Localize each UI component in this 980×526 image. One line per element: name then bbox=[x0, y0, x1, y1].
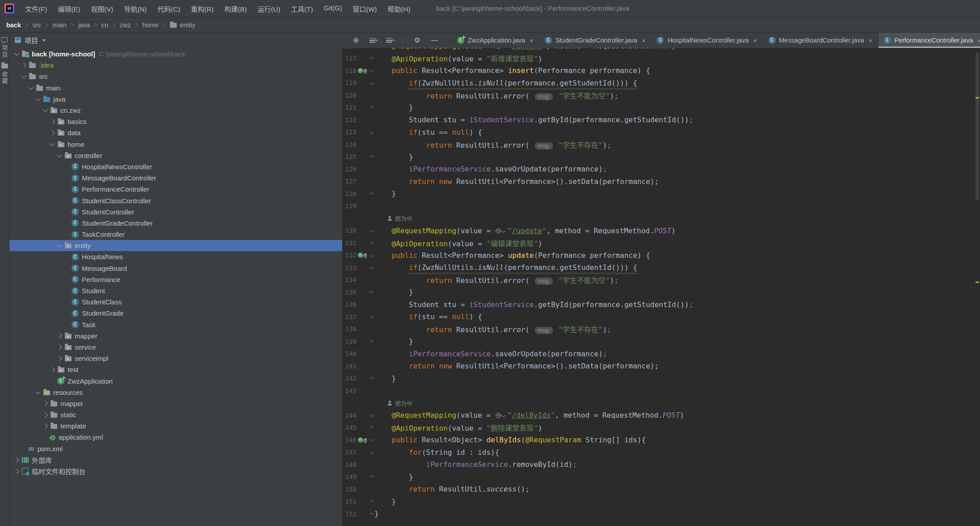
tree-item-entity[interactable]: entity bbox=[9, 240, 342, 251]
breadcrumb-item-zwz[interactable]: zwz bbox=[120, 21, 131, 29]
tab-MessageBoardController.java[interactable]: CMessageBoardController.java× bbox=[763, 33, 878, 48]
tree-chevron-icon[interactable] bbox=[57, 345, 62, 350]
tree-item-service[interactable]: service bbox=[9, 342, 342, 353]
fold-marker-icon[interactable] bbox=[369, 265, 373, 269]
fold-marker-icon[interactable] bbox=[369, 291, 373, 295]
fold-marker-icon[interactable] bbox=[369, 437, 373, 442]
menu-item-H[interactable]: 帮助(H) bbox=[383, 2, 415, 15]
fold-marker-icon[interactable] bbox=[369, 314, 373, 319]
breadcrumb-item-entity[interactable]: entity bbox=[180, 21, 195, 29]
settings-gear-icon[interactable]: ⚙ bbox=[414, 37, 420, 44]
tree-item-mapper[interactable]: mapper bbox=[9, 330, 342, 342]
breadcrumb-item-back[interactable]: back bbox=[6, 21, 21, 29]
tree-item-src[interactable]: src bbox=[9, 71, 342, 82]
breadcrumb-item-home[interactable]: home bbox=[142, 21, 158, 29]
menu-item-F[interactable]: 文件(F) bbox=[21, 2, 51, 15]
menu-item-E[interactable]: 编辑(E) bbox=[53, 2, 85, 15]
scrollbar-thumb[interactable] bbox=[976, 52, 979, 200]
fold-marker-icon[interactable] bbox=[369, 512, 373, 517]
tree-chevron-icon[interactable] bbox=[57, 152, 62, 157]
tree-item-java[interactable]: java bbox=[9, 94, 342, 105]
tree-chevron-icon[interactable] bbox=[42, 412, 47, 417]
tree-item-Performance[interactable]: CPerformance bbox=[9, 274, 342, 285]
tree-item-pom.xml[interactable]: mpom.xml bbox=[9, 443, 342, 454]
annotation-gutter-icon[interactable]: @ bbox=[364, 68, 367, 73]
hide-panel-icon[interactable]: — bbox=[431, 37, 438, 44]
expand-all-icon[interactable] bbox=[369, 38, 375, 43]
warning-stripe-mark[interactable] bbox=[976, 97, 979, 98]
tree-chevron-icon[interactable] bbox=[42, 423, 47, 428]
tree-chevron-icon[interactable] bbox=[14, 469, 19, 474]
stripe-button-项目[interactable]: 项目 bbox=[0, 37, 9, 58]
tab-HospitalNewsController.java[interactable]: CHospitalNewsController.java× bbox=[651, 33, 763, 48]
tree-item-template[interactable]: template bbox=[9, 420, 342, 432]
chevron-down-icon[interactable] bbox=[501, 229, 505, 233]
tree-item-临时文件和控制台[interactable]: 临时文件和控制台 bbox=[9, 466, 342, 477]
fold-marker-icon[interactable] bbox=[369, 57, 373, 61]
tree-chevron-icon[interactable] bbox=[42, 107, 47, 112]
tree-item-test[interactable]: test bbox=[9, 364, 342, 375]
fold-marker-icon[interactable] bbox=[369, 426, 373, 431]
tree-item-StudentClass[interactable]: CStudentClass bbox=[9, 296, 342, 308]
menu-item-U[interactable]: 运行(U) bbox=[253, 2, 285, 15]
tree-chevron-icon[interactable] bbox=[35, 96, 40, 101]
chevron-down-icon[interactable] bbox=[42, 39, 46, 42]
menu-item-W[interactable]: 窗口(W) bbox=[348, 2, 381, 15]
chevron-down-icon[interactable] bbox=[501, 414, 505, 417]
tree-chevron-icon[interactable] bbox=[42, 401, 47, 406]
tree-item-.idea[interactable]: .idea bbox=[9, 60, 342, 71]
tree-chevron-icon[interactable] bbox=[57, 334, 62, 338]
tree-item-MessageBoard[interactable]: CMessageBoard bbox=[9, 263, 342, 274]
fold-marker-icon[interactable] bbox=[369, 449, 373, 454]
tree-item-main[interactable]: main bbox=[9, 82, 342, 94]
tree-item-StudentClassController[interactable]: CStudentClassController bbox=[9, 195, 342, 206]
tree-chevron-icon[interactable] bbox=[35, 389, 40, 394]
menu-item-B[interactable]: 构建(B) bbox=[220, 2, 251, 15]
tree-item-PerformanceController[interactable]: CPerformanceController bbox=[9, 184, 342, 195]
tab-PerformanceController.java[interactable]: CPerformanceController.java× bbox=[878, 33, 980, 48]
tree-item-外部库[interactable]: 外部库 bbox=[9, 454, 342, 466]
tree-item-MessageBoardController[interactable]: CMessageBoardController bbox=[9, 172, 342, 184]
globe-url-icon[interactable] bbox=[496, 48, 501, 49]
tree-item-resources[interactable]: resources bbox=[9, 387, 342, 398]
fold-marker-icon[interactable] bbox=[369, 340, 373, 344]
tree-chevron-icon[interactable] bbox=[28, 85, 33, 90]
tree-chevron-icon[interactable] bbox=[21, 63, 26, 68]
tree-chevron-icon[interactable] bbox=[50, 367, 55, 372]
tree-item-cn.zwz[interactable]: cn.zwz bbox=[9, 105, 342, 116]
fold-marker-icon[interactable] bbox=[369, 106, 373, 111]
api-mapping-icon[interactable] bbox=[358, 437, 363, 443]
menu-item-V[interactable]: 视图(V) bbox=[86, 2, 118, 15]
tab-close-icon[interactable]: × bbox=[977, 37, 980, 44]
tree-item-mapper[interactable]: mapper bbox=[9, 398, 342, 409]
globe-url-icon[interactable] bbox=[496, 228, 501, 234]
tree-chevron-icon[interactable] bbox=[57, 356, 62, 361]
tree-item-serviceimpl[interactable]: serviceimpl bbox=[9, 353, 342, 364]
tree-chevron-icon[interactable] bbox=[50, 130, 55, 135]
collapse-all-icon[interactable] bbox=[386, 38, 392, 43]
api-mapping-icon[interactable] bbox=[358, 252, 363, 258]
fold-marker-icon[interactable] bbox=[369, 129, 373, 134]
fold-marker-icon[interactable] bbox=[369, 252, 373, 257]
tree-chevron-icon[interactable] bbox=[14, 458, 19, 462]
tree-item-home[interactable]: home bbox=[9, 139, 342, 150]
tree-item-Student[interactable]: CStudent bbox=[9, 285, 342, 296]
breadcrumb-item-main[interactable]: main bbox=[53, 21, 67, 29]
editor-scrollbar[interactable] bbox=[975, 48, 980, 526]
annotation-gutter-icon[interactable]: @ bbox=[364, 437, 367, 443]
tree-item-Task[interactable]: CTask bbox=[9, 319, 342, 330]
tree-item-HospitalNews[interactable]: CHospitalNews bbox=[9, 251, 342, 262]
project-panel-header[interactable]: 项目 bbox=[9, 33, 342, 47]
locate-opened-file-icon[interactable]: ⊕ bbox=[353, 37, 359, 44]
tree-item-StudentController[interactable]: CStudentController bbox=[9, 206, 342, 218]
fold-marker-icon[interactable] bbox=[369, 192, 373, 197]
code-viewport[interactable]: 116@RequestMapping(value = "/insert", me… bbox=[342, 48, 975, 526]
tab-ZwzApplication.java[interactable]: CZwzApplication.java× bbox=[452, 33, 539, 48]
tree-chevron-icon[interactable] bbox=[14, 51, 19, 56]
fold-marker-icon[interactable] bbox=[369, 80, 373, 85]
api-mapping-icon[interactable] bbox=[358, 68, 363, 73]
tab-close-icon[interactable]: × bbox=[753, 37, 757, 44]
tab-close-icon[interactable]: × bbox=[869, 37, 873, 44]
breadcrumb-item-java[interactable]: java bbox=[78, 21, 90, 29]
fold-marker-icon[interactable] bbox=[369, 413, 373, 417]
